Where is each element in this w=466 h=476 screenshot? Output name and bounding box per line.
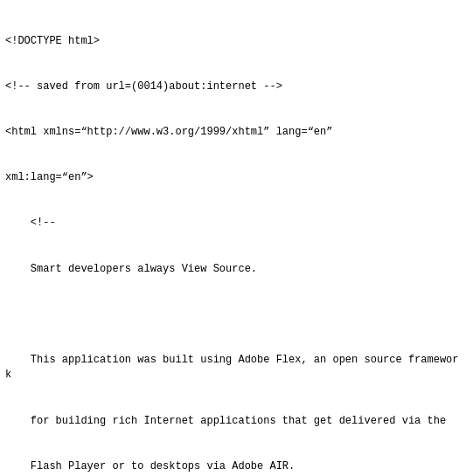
code-line: <!DOCTYPE html> — [5, 34, 461, 49]
code-line: This application was built using Adobe F… — [5, 353, 461, 383]
code-viewer: <!DOCTYPE html> <!-- saved from url=(001… — [0, 0, 466, 476]
code-line: Flash Player or to desktops via Adobe AI… — [5, 459, 461, 474]
code-line — [5, 307, 461, 322]
code-line: <!-- — [5, 216, 461, 231]
code-line: for building rich Internet applications … — [5, 414, 461, 429]
code-line: Smart developers always View Source. — [5, 262, 461, 277]
code-line: <html xmlns=“http://www.w3.org/1999/xhtm… — [5, 125, 461, 140]
code-line: <!-- saved from url=(0014)about:internet… — [5, 79, 461, 94]
code-line: xml:lang=“en”> — [5, 170, 461, 185]
